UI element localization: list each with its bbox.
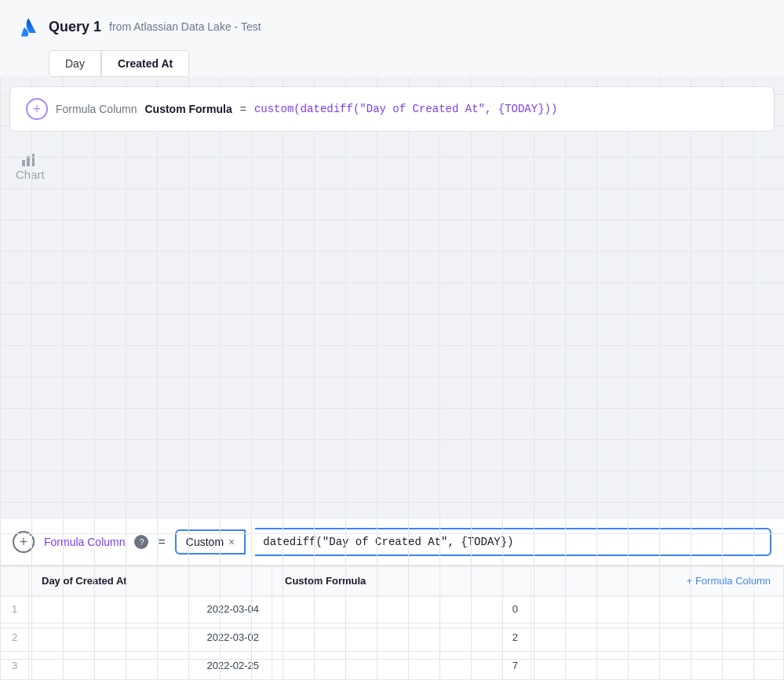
formula-section-top: + Formula Column Custom Formula = custom… <box>9 86 775 132</box>
query-title: Query 1 <box>49 19 101 35</box>
atlassian-logo-icon <box>16 14 41 39</box>
day-pill[interactable]: Day <box>49 50 101 77</box>
query-header: Query 1 from Atlassian Data Lake - Test <box>16 14 768 39</box>
formula-name-top: Custom Formula <box>144 103 232 115</box>
column-pills: Day Created At <box>49 50 768 77</box>
formula-expression-top: custom(datediff("Day of Created At", {TO… <box>254 103 557 115</box>
query-subtitle: from Atlassian Data Lake - Test <box>109 20 261 33</box>
formula-column-label-top: Formula Column <box>56 103 137 115</box>
created-at-pill[interactable]: Created At <box>101 50 189 77</box>
equals-sign-top: = <box>240 103 246 115</box>
add-formula-top-button[interactable]: + <box>26 98 48 120</box>
